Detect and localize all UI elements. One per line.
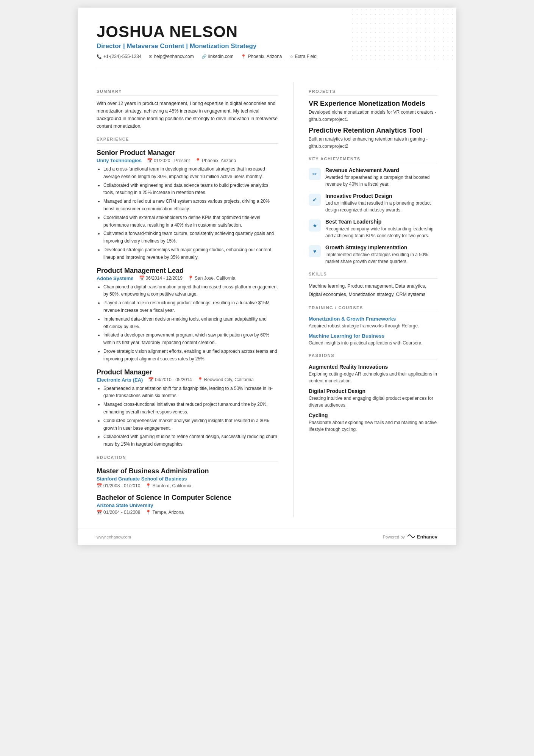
contact-email: ✉ help@enhancv.com xyxy=(149,54,194,59)
bullet-item: Played a critical role in restructuring … xyxy=(103,299,278,315)
enhancv-logo-icon xyxy=(407,534,415,540)
achievement-4-icon: ♥ xyxy=(309,245,321,257)
contact-linkedin: 🔗 linkedin.com xyxy=(201,54,234,59)
footer: www.enhancv.com Powered by Enhancv xyxy=(78,529,456,545)
name-title: JOSHUA NELSON Director | Metaverse Conte… xyxy=(97,23,437,50)
project-2-desc: Built an analytics tool enhancing retent… xyxy=(309,136,437,150)
job-1-meta: Unity Technologies 📅 01/2020 - Present 📍… xyxy=(97,158,278,163)
contact-extra: ☆ Extra Field xyxy=(290,54,317,59)
achievement-1-desc: Awarded for spearheading a campaign that… xyxy=(325,174,437,188)
resume-body: SUMMARY With over 12 years in product ma… xyxy=(78,67,456,529)
extra-value: Extra Field xyxy=(295,54,317,59)
training-1: Monetization & Growth Frameworks Acquire… xyxy=(309,316,437,329)
job-1-location: 📍 Phoenix, Arizona xyxy=(195,158,236,163)
job-3-meta: Electronic Arts (EA) 📅 04/2010 - 05/2014… xyxy=(97,377,278,383)
training-label: TRAINING / COURSES xyxy=(309,305,437,312)
achievement-3-title: Best Team Leadership xyxy=(325,219,437,225)
training-2-desc: Gained insights into practical applicati… xyxy=(309,340,437,346)
job-3-bullets: Spearheaded a monetization shift for a f… xyxy=(97,385,278,448)
calendar-icon-1: 📅 xyxy=(147,158,153,163)
phone-value: +1-(234)-555-1234 xyxy=(103,54,141,59)
degree-1-school: Stanford Graduate School of Business xyxy=(97,476,278,482)
achievement-4-title: Growth Strategy Implementation xyxy=(325,244,437,250)
passion-1-title: Augmented Reality Innovations xyxy=(309,364,437,370)
contact-location: 📍 Phoenix, Arizona xyxy=(241,54,282,59)
achievement-4: ♥ Growth Strategy Implementation Impleme… xyxy=(309,244,437,265)
job-3-title: Product Manager xyxy=(97,368,278,376)
bullet-item: Collaborated with engineering and data s… xyxy=(103,182,278,197)
achievement-2: ✔ Innovative Product Design Led an initi… xyxy=(309,193,437,213)
degree-1-location: 📍 Stanford, California xyxy=(145,483,191,488)
project-2-title: Predictive Retention Analytics Tool xyxy=(309,127,437,135)
job-2-title: Product Management Lead xyxy=(97,267,278,275)
bullet-item: Conducted comprehensive market analysis … xyxy=(103,417,278,432)
contact-row: 📞 +1-(234)-555-1234 ✉ help@enhancv.com 🔗… xyxy=(97,54,437,59)
passion-2-title: Digital Product Design xyxy=(309,388,437,394)
achievement-4-content: Growth Strategy Implementation Implement… xyxy=(325,244,437,265)
job-3: Product Manager Electronic Arts (EA) 📅 0… xyxy=(97,368,278,448)
job-1-company: Unity Technologies xyxy=(97,158,142,163)
star-icon: ☆ xyxy=(290,54,294,59)
degree-2-location: 📍 Tempe, Arizona xyxy=(145,510,184,515)
degree-1-title: Master of Business Administration xyxy=(97,467,278,475)
achievement-3-content: Best Team Leadership Recognized company-… xyxy=(325,219,437,239)
project-2: Predictive Retention Analytics Tool Buil… xyxy=(309,127,437,150)
achievement-2-content: Innovative Product Design Led an initiat… xyxy=(325,193,437,213)
degree-2-date: 📅 01/2004 - 01/2008 xyxy=(97,510,140,515)
calendar-icon-2: 📅 xyxy=(139,275,145,281)
job-3-date: 📅 04/2010 - 05/2014 xyxy=(148,377,192,382)
training-2-title: Machine Learning for Business xyxy=(309,333,437,339)
location-icon: 📍 xyxy=(241,54,246,59)
achievement-3-desc: Recognized company-wide for outstanding … xyxy=(325,225,437,239)
achievement-2-icon: ✔ xyxy=(309,194,321,206)
achievement-1-icon: ✏ xyxy=(309,168,321,180)
job-1-date: 📅 01/2020 - Present xyxy=(147,158,190,163)
pin-icon-2: 📍 xyxy=(188,275,194,281)
bullet-item: Cultivated a forward-thinking team cultu… xyxy=(103,230,278,245)
pin-icon-edu2: 📍 xyxy=(145,510,151,515)
skills-label: SKILLS xyxy=(309,272,437,279)
education-label: EDUCATION xyxy=(97,455,278,462)
email-value: help@enhancv.com xyxy=(154,54,194,59)
right-column: PROJECTS VR Experience Monetization Mode… xyxy=(294,82,437,517)
achievement-3-icon: ★ xyxy=(309,219,321,232)
achievement-3: ★ Best Team Leadership Recognized compan… xyxy=(309,219,437,239)
job-2-company: Adobe Systems xyxy=(97,275,134,281)
bullet-item: Spearheaded a monetization shift for a f… xyxy=(103,385,278,400)
passion-3-desc: Passionate about exploring new trails an… xyxy=(309,419,437,433)
job-2-date: 📅 06/2014 - 12/2019 xyxy=(139,275,183,281)
linkedin-value: linkedin.com xyxy=(208,54,234,59)
achievement-1-content: Revenue Achievement Award Awarded for sp… xyxy=(325,167,437,188)
training-1-title: Monetization & Growth Frameworks xyxy=(309,316,437,322)
candidate-name: JOSHUA NELSON xyxy=(97,23,437,41)
bullet-item: Drove strategic vision alignment efforts… xyxy=(103,348,278,363)
degree-2-meta: 📅 01/2004 - 01/2008 📍 Tempe, Arizona xyxy=(97,510,278,515)
calendar-icon-edu1: 📅 xyxy=(97,483,102,488)
pin-icon-1: 📍 xyxy=(195,158,201,163)
project-1-title: VR Experience Monetization Models xyxy=(309,100,437,108)
skills-text: Machine learning, Product management, Da… xyxy=(309,282,437,299)
degree-2: Bachelor of Science in Computer Science … xyxy=(97,494,278,515)
project-1-desc: Developed niche monetization models for … xyxy=(309,109,437,123)
job-1-bullets: Led a cross-functional team in developin… xyxy=(97,166,278,261)
project-1: VR Experience Monetization Models Develo… xyxy=(309,100,437,123)
job-2-location: 📍 San Jose, California xyxy=(188,275,235,281)
bullet-item: Collaborated with gaming studios to refi… xyxy=(103,433,278,448)
pin-icon-edu1: 📍 xyxy=(145,483,151,488)
achievements-label: KEY ACHIEVEMENTS xyxy=(309,157,437,163)
enhancv-brand: Enhancv xyxy=(407,534,437,540)
contact-phone: 📞 +1-(234)-555-1234 xyxy=(97,54,141,59)
passions-label: PASSIONS xyxy=(309,353,437,360)
link-icon: 🔗 xyxy=(201,54,207,59)
pin-icon-3: 📍 xyxy=(197,377,203,382)
footer-website: www.enhancv.com xyxy=(97,535,131,539)
job-3-location: 📍 Redwood City, California xyxy=(197,377,254,382)
phone-icon: 📞 xyxy=(97,54,102,59)
training-1-desc: Acquired robust strategic frameworks thr… xyxy=(309,322,437,329)
job-1: Senior Product Manager Unity Technologie… xyxy=(97,149,278,261)
bullet-item: Led a cross-functional team in developin… xyxy=(103,166,278,181)
summary-label: SUMMARY xyxy=(97,89,278,96)
calendar-icon-edu2: 📅 xyxy=(97,510,102,515)
passion-1: Augmented Reality Innovations Exploring … xyxy=(309,364,437,384)
location-value: Phoenix, Arizona xyxy=(248,54,282,59)
